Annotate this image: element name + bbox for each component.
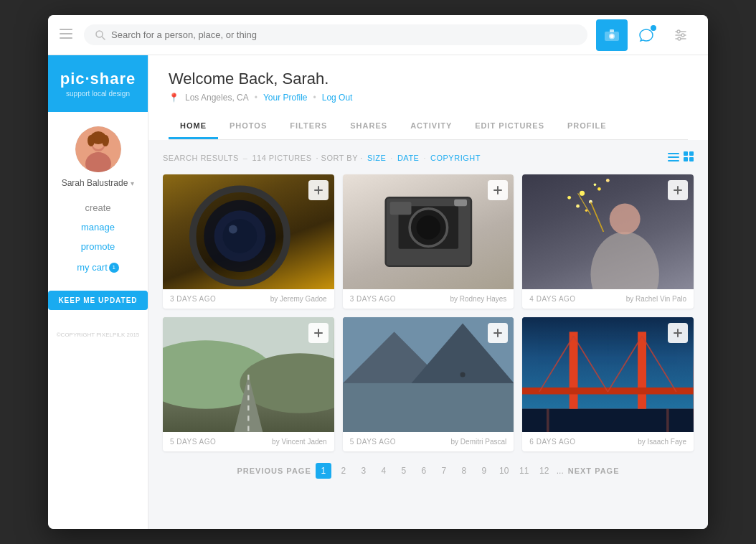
photo-card[interactable]: 6 DAYS AGO by Isaach Faye	[522, 317, 694, 451]
photo-card[interactable]: 5 DAYS AGO by Vincent Jaden	[163, 317, 334, 451]
svg-rect-35	[314, 189, 323, 191]
menu-icon[interactable]	[60, 27, 72, 42]
svg-point-12	[677, 30, 680, 33]
photo-card[interactable]: 3 DAYS AGO by Jeremy Gadoe	[163, 174, 334, 309]
page-4[interactable]: 4	[376, 463, 392, 479]
add-to-cart-button[interactable]	[308, 323, 329, 343]
sidebar-item-manage[interactable]: manage	[81, 222, 115, 233]
add-to-cart-button[interactable]	[308, 180, 329, 200]
add-to-cart-button[interactable]	[488, 323, 508, 343]
tab-photos[interactable]: PHOTOS	[218, 114, 278, 139]
photo-meta: 3 DAYS AGO by Rodney Hayes	[343, 289, 514, 309]
svg-line-47	[591, 202, 604, 232]
results-count: 114 PICTURES	[252, 154, 311, 162]
photo-meta: 5 DAYS AGO by Vincent Jaden	[163, 432, 334, 451]
camera-button[interactable]	[596, 19, 628, 51]
page-7[interactable]: 7	[436, 463, 452, 479]
photo-meta: 4 DAYS AGO by Rachel Vin Palo	[522, 289, 694, 309]
tab-edit-pictures[interactable]: EDIT PICTURES	[463, 114, 556, 139]
svg-point-54	[606, 179, 610, 182]
svg-rect-83	[674, 332, 682, 334]
photo-card[interactable]: 4 DAYS AGO by Rachel Vin Palo	[522, 174, 694, 309]
svg-rect-43	[493, 189, 502, 191]
add-to-cart-button[interactable]	[668, 323, 688, 343]
svg-point-33	[229, 225, 237, 233]
photo-author: by Jeremy Gadoe	[270, 295, 327, 303]
sort-by-label: · Sort by ·	[316, 154, 362, 162]
svg-point-44	[591, 232, 659, 289]
page-10[interactable]: 10	[496, 463, 512, 479]
content-area: SEARCH RESULTS – 114 PICTURES · Sort by …	[148, 140, 708, 529]
svg-rect-24	[668, 160, 679, 161]
svg-rect-25	[684, 151, 688, 156]
sort-copyright[interactable]: Copyright	[430, 154, 481, 162]
tab-home[interactable]: HOME	[169, 114, 218, 139]
svg-rect-28	[689, 157, 694, 161]
page-11[interactable]: 11	[516, 463, 532, 479]
svg-rect-2	[60, 37, 72, 39]
welcome-title: Welcome Back, Sarah.	[169, 70, 688, 88]
next-page-button[interactable]: NEXT PAGE	[568, 466, 620, 475]
svg-point-68	[460, 372, 465, 377]
svg-rect-8	[610, 29, 614, 32]
tab-profile[interactable]: PROFILE	[556, 114, 618, 139]
welcome-meta: 📍 Los Angeles, CA • Your Profile • Log O…	[169, 93, 688, 103]
photo-author: by Rodney Hayes	[450, 295, 506, 303]
svg-point-3	[96, 31, 103, 37]
list-view-button[interactable]	[668, 151, 679, 164]
copyright-text: ©COPYRIGHT PIXELPILK 2015	[51, 332, 146, 338]
keep-updated-button[interactable]: KEEP ME UPDATED	[48, 291, 147, 310]
logout-link[interactable]: Log Out	[322, 93, 353, 103]
add-to-cart-button[interactable]	[488, 180, 508, 200]
results-label: SEARCH RESULTS	[163, 154, 239, 162]
page-6[interactable]: 6	[416, 463, 432, 479]
photo-card[interactable]: 3 DAYS AGO by Rodney Hayes	[343, 174, 514, 309]
page-dots: ...	[557, 466, 564, 476]
page-12[interactable]: 12	[537, 463, 552, 479]
page-3[interactable]: 3	[356, 463, 372, 479]
sidebar-item-cart[interactable]: my cart1	[77, 261, 119, 273]
photo-card[interactable]: 5 DAYS AGO by Demitri Pascal	[343, 317, 514, 451]
add-to-cart-button[interactable]	[668, 180, 688, 200]
sort-date[interactable]: Date	[397, 154, 420, 162]
page-1[interactable]: 1	[316, 463, 331, 479]
svg-rect-73	[570, 332, 578, 408]
search-bar[interactable]	[84, 24, 587, 45]
results-dash: –	[243, 154, 248, 162]
tab-shares[interactable]: SHARES	[339, 114, 399, 139]
avatar	[75, 126, 121, 172]
location-icon: 📍	[169, 93, 179, 103]
nav-tabs: HOME PHOTOS FILTERS SHARES ACTIVITY EDIT…	[169, 114, 688, 140]
tab-filters[interactable]: FILTERS	[278, 114, 339, 139]
search-input[interactable]	[111, 29, 576, 40]
settings-button[interactable]	[665, 19, 696, 51]
svg-rect-0	[60, 29, 72, 30]
svg-point-48	[580, 191, 585, 196]
tab-activity[interactable]: ACTIVITY	[399, 114, 463, 139]
photos-grid: 3 DAYS AGO by Jeremy Gadoe	[163, 174, 694, 451]
page-8[interactable]: 8	[456, 463, 472, 479]
svg-rect-57	[674, 189, 682, 191]
svg-point-7	[610, 34, 614, 38]
photo-time: 3 DAYS AGO	[350, 295, 396, 303]
page-9[interactable]: 9	[476, 463, 492, 479]
svg-rect-67	[343, 383, 514, 432]
svg-point-20	[88, 135, 95, 146]
photo-thumbnail	[343, 174, 514, 289]
svg-rect-27	[684, 157, 688, 161]
page-2[interactable]: 2	[336, 463, 351, 479]
grid-view-button[interactable]	[684, 151, 694, 164]
cart-badge: 1	[109, 263, 119, 273]
user-name-dropdown[interactable]: Sarah Balustrade ▾	[62, 178, 135, 188]
sidebar-item-create[interactable]: create	[85, 202, 110, 213]
prev-page-button[interactable]: PREVIOUS PAGE	[237, 466, 311, 475]
messages-button[interactable]	[630, 19, 662, 51]
svg-rect-22	[668, 153, 679, 154]
user-location: Los Angeles, CA	[185, 93, 249, 103]
header-actions	[596, 19, 696, 51]
svg-point-51	[594, 184, 597, 187]
your-profile-link[interactable]: Your Profile	[263, 93, 308, 103]
page-5[interactable]: 5	[396, 463, 412, 479]
sidebar-item-promote[interactable]: promote	[81, 241, 115, 252]
sort-size[interactable]: Size	[367, 154, 386, 162]
